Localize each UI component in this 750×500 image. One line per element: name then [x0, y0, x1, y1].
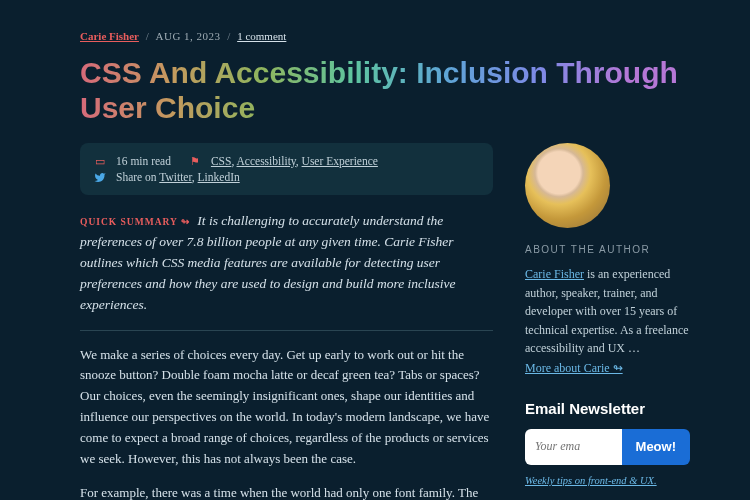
meta-separator: /: [146, 30, 149, 42]
newsletter-heading: Email Newsletter: [525, 400, 690, 417]
email-input[interactable]: [525, 429, 622, 465]
meta-separator: /: [227, 30, 230, 42]
tags-list: CSS, Accessibility, User Experience: [211, 155, 378, 167]
author-avatar: [525, 143, 610, 228]
tag-link[interactable]: User Experience: [302, 155, 378, 167]
newsletter-subtext-link[interactable]: Weekly tips on front-end & UX.: [525, 475, 657, 486]
comments-link[interactable]: 1 comment: [237, 30, 286, 42]
divider: [80, 330, 493, 331]
tag-icon: ⚑: [189, 155, 201, 167]
share-links: Share on Twitter, LinkedIn: [116, 171, 240, 183]
share-twitter-link[interactable]: Twitter: [159, 171, 192, 183]
main-column: ▭ 16 min read ⚑ CSS, Accessibility, User…: [80, 143, 493, 500]
publish-date: AUG 1, 2023: [156, 30, 221, 42]
about-heading: ABOUT THE AUTHOR: [525, 244, 690, 255]
body-paragraph: We make a series of choices every day. G…: [80, 345, 493, 470]
tag-link[interactable]: Accessibility: [237, 155, 296, 167]
read-time: 16 min read: [116, 155, 171, 167]
twitter-icon: [94, 171, 106, 183]
summary-label: QUICK SUMMARY ↬: [80, 217, 190, 227]
article-info-box: ▭ 16 min read ⚑ CSS, Accessibility, User…: [80, 143, 493, 195]
book-icon: ▭: [94, 155, 106, 167]
about-author-text: Carie Fisher is an experienced author, s…: [525, 265, 690, 358]
sidebar: ABOUT THE AUTHOR Carie Fisher is an expe…: [525, 143, 690, 500]
share-linkedin-link[interactable]: LinkedIn: [198, 171, 240, 183]
body-paragraph: For example, there was a time when the w…: [80, 483, 493, 500]
summary-text: It is challenging to accurately understa…: [80, 213, 456, 312]
newsletter-form: Meow!: [525, 429, 690, 465]
author-bio-link[interactable]: Carie Fisher: [525, 267, 584, 281]
article-title: CSS And Accessibility: Inclusion Through…: [80, 56, 690, 125]
quick-summary: QUICK SUMMARY ↬ It is challenging to acc…: [80, 211, 493, 316]
tag-link[interactable]: CSS: [211, 155, 231, 167]
author-link[interactable]: Carie Fisher: [80, 30, 139, 42]
more-about-link[interactable]: More about Carie ↬: [525, 361, 623, 375]
subscribe-button[interactable]: Meow!: [622, 429, 690, 465]
article-meta: Carie Fisher / AUG 1, 2023 / 1 comment: [80, 30, 690, 42]
